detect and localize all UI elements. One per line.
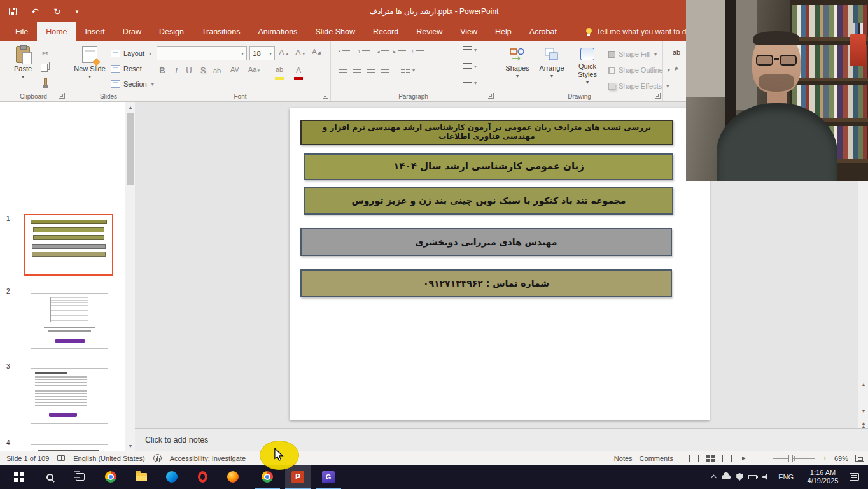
font-color-button[interactable]: A bbox=[294, 66, 303, 77]
scroll-up-icon[interactable]: ▲ bbox=[858, 379, 868, 389]
tab-slide-show[interactable]: Slide Show bbox=[306, 22, 364, 41]
slide-textbox-author[interactable]: مهندس هادی میرزایی دوبخشری bbox=[300, 228, 672, 256]
font-name-select[interactable]: ▾ bbox=[157, 46, 247, 60]
increase-indent-button[interactable]: ▸ bbox=[393, 48, 406, 55]
notes-pane[interactable]: Click to add notes bbox=[135, 428, 868, 451]
action-center-icon[interactable] bbox=[850, 473, 859, 481]
taskbar-firefox[interactable] bbox=[220, 465, 246, 489]
notes-toggle[interactable]: Notes bbox=[614, 455, 633, 462]
bullets-button[interactable]: • bbox=[339, 48, 350, 55]
start-button[interactable] bbox=[6, 465, 32, 489]
line-spacing-button[interactable]: ↕ bbox=[411, 48, 424, 55]
thumbnail-scrollbar[interactable]: ▲ ▼ bbox=[125, 102, 135, 451]
scroll-down-icon[interactable]: ▼ bbox=[125, 441, 136, 451]
change-case-button[interactable]: Aa▾ bbox=[248, 66, 260, 77]
slide-scrollbar[interactable]: ▲ ▼ ▲▲ ▼▼ bbox=[858, 181, 868, 451]
scrollbar-thumb[interactable] bbox=[127, 113, 134, 185]
task-view-button[interactable] bbox=[67, 465, 93, 489]
clipboard-dialog-launcher[interactable] bbox=[59, 93, 65, 99]
slide-sorter-view-button[interactable] bbox=[706, 455, 715, 462]
slide-textbox-series[interactable]: مجموعه تند باد کنکور با سبک نوین چینی بن… bbox=[304, 187, 673, 215]
font-dialog-launcher[interactable] bbox=[323, 93, 328, 99]
language-indicator[interactable]: ENG bbox=[776, 473, 796, 481]
shape-fill-button[interactable]: Shape Fill ▾ bbox=[608, 48, 657, 60]
align-right-button[interactable] bbox=[367, 67, 375, 74]
select-button[interactable] bbox=[671, 63, 682, 74]
taskbar-g-app[interactable] bbox=[316, 465, 341, 489]
taskbar-file-explorer[interactable] bbox=[129, 465, 154, 489]
zoom-slider-thumb[interactable] bbox=[788, 455, 793, 462]
shapes-button[interactable]: Shapes ▾ bbox=[501, 45, 533, 93]
arrange-button[interactable]: Arrange ▾ bbox=[536, 45, 568, 93]
reset-button[interactable]: Reset bbox=[111, 62, 142, 75]
numbering-button[interactable]: 1 bbox=[358, 48, 370, 55]
font-size-select[interactable]: 18▾ bbox=[249, 46, 275, 60]
tab-home[interactable]: Home bbox=[37, 22, 76, 41]
paragraph-dialog-launcher[interactable] bbox=[488, 93, 494, 99]
taskbar-chrome-pinned[interactable] bbox=[98, 465, 123, 489]
zoom-in-button[interactable]: + bbox=[822, 453, 827, 463]
layout-button[interactable]: Layout ▾ bbox=[111, 47, 151, 60]
slide-editor[interactable]: بررسی تست های مترادف زبان عمومی در آزمون… bbox=[290, 108, 710, 420]
tab-insert[interactable]: Insert bbox=[76, 22, 114, 41]
slide-thumbnail-4[interactable] bbox=[31, 444, 108, 451]
taskbar-edge[interactable] bbox=[159, 465, 185, 489]
convert-smartart-button[interactable]: ▾ bbox=[463, 80, 477, 87]
normal-view-button[interactable] bbox=[689, 455, 699, 462]
highlight-color-button[interactable]: ab bbox=[275, 66, 284, 77]
decrease-indent-button[interactable]: ◂ bbox=[377, 48, 389, 55]
section-button[interactable]: Section ▾ bbox=[111, 78, 154, 90]
shape-outline-button[interactable]: Shape Outline ▾ bbox=[608, 64, 670, 76]
increase-font-button[interactable]: A▲ bbox=[279, 48, 290, 59]
slide-textbox-subtitle[interactable]: زبان عمومی کارشناسی ارشد سال ۱۴۰۴ bbox=[304, 153, 673, 180]
show-desktop-button[interactable] bbox=[865, 465, 867, 489]
align-text-button[interactable]: ▾ bbox=[463, 63, 477, 70]
taskbar-opera[interactable] bbox=[190, 465, 215, 489]
tab-transitions[interactable]: Transitions bbox=[193, 22, 249, 41]
scroll-up-icon[interactable]: ▲ bbox=[125, 102, 136, 112]
tray-expand-icon[interactable] bbox=[711, 475, 717, 481]
slide-textbox-phone[interactable]: شماره تماس : ۰۹۱۲۷۱۳۴۹۶۲ bbox=[300, 269, 672, 297]
tab-design[interactable]: Design bbox=[150, 22, 193, 41]
language-status[interactable]: English (United States) bbox=[73, 455, 145, 462]
character-spacing-button[interactable]: AV bbox=[230, 66, 239, 77]
comments-toggle[interactable]: Comments bbox=[640, 455, 673, 462]
security-icon[interactable] bbox=[736, 473, 743, 481]
bold-button[interactable]: B bbox=[158, 66, 167, 77]
battery-icon[interactable] bbox=[748, 475, 757, 479]
onedrive-icon[interactable] bbox=[722, 475, 731, 479]
columns-button[interactable]: ▾ bbox=[401, 67, 415, 74]
taskbar-search-button[interactable] bbox=[37, 465, 62, 489]
drawing-dialog-launcher[interactable] bbox=[655, 93, 661, 99]
tab-draw[interactable]: Draw bbox=[114, 22, 150, 41]
tab-animations[interactable]: Animations bbox=[249, 22, 307, 41]
align-center-button[interactable] bbox=[353, 67, 361, 74]
slide-thumbnail-2[interactable] bbox=[31, 293, 108, 349]
new-slide-button[interactable]: New Slide ▾ bbox=[73, 45, 107, 93]
tab-view[interactable]: View bbox=[451, 22, 486, 41]
decrease-font-button[interactable]: A▼ bbox=[295, 48, 306, 59]
align-left-button[interactable] bbox=[339, 67, 347, 74]
paste-button[interactable]: Paste ▾ bbox=[8, 45, 38, 93]
text-direction-button[interactable]: ▾ bbox=[463, 46, 477, 53]
strikethrough-button[interactable]: ab bbox=[213, 67, 221, 78]
zoom-out-button[interactable]: − bbox=[762, 453, 767, 463]
taskbar-powerpoint[interactable] bbox=[285, 465, 311, 489]
scroll-down-icon[interactable]: ▼ bbox=[858, 406, 868, 416]
zoom-slider[interactable] bbox=[773, 458, 815, 459]
copy-button[interactable] bbox=[39, 61, 51, 73]
tab-acrobat[interactable]: Acrobat bbox=[521, 22, 566, 41]
clear-formatting-button[interactable]: A◢ bbox=[312, 48, 321, 59]
speaker-icon[interactable] bbox=[762, 473, 770, 481]
fit-slide-button[interactable] bbox=[855, 455, 864, 462]
slideshow-view-button[interactable] bbox=[739, 455, 748, 462]
tell-me-box[interactable]: Tell me what you want to do bbox=[580, 22, 697, 41]
clock[interactable]: 1:16 AM 4/19/2025 bbox=[802, 469, 844, 485]
zoom-level[interactable]: 69% bbox=[834, 455, 848, 462]
slide-textbox-title[interactable]: بررسی تست های مترادف زبان عمومی در آزمون… bbox=[300, 120, 673, 145]
spell-check-icon[interactable] bbox=[57, 455, 65, 461]
shape-effects-button[interactable]: Shape Effects ▾ bbox=[608, 80, 669, 92]
italic-button[interactable]: I bbox=[172, 66, 181, 77]
tab-file[interactable]: File bbox=[6, 22, 37, 41]
tab-help[interactable]: Help bbox=[486, 22, 521, 41]
